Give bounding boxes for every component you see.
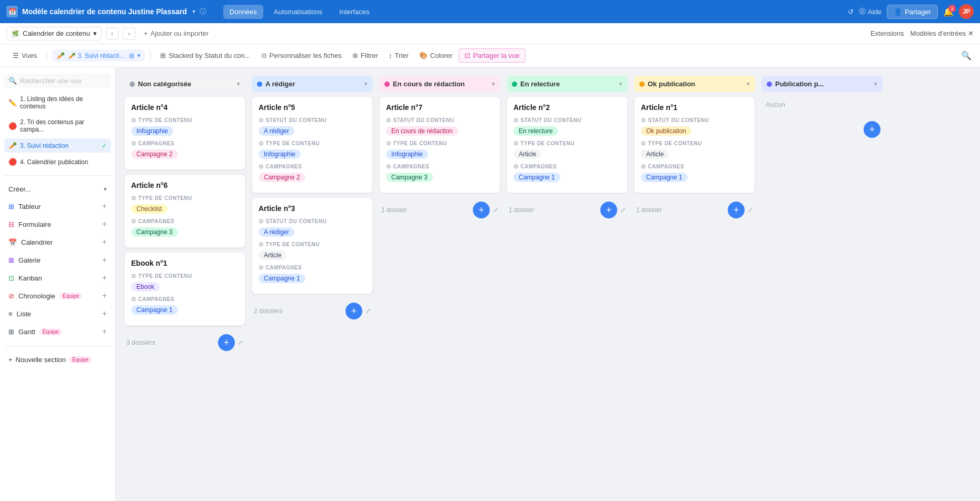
column-chevron-icon-publication[interactable]: ▾ bbox=[874, 81, 877, 87]
add-kanban-icon[interactable]: + bbox=[102, 273, 107, 283]
add-card-button[interactable]: + bbox=[473, 202, 490, 218]
board-card[interactable]: Article n°1 ⊙ Statut du contenu Ok publi… bbox=[634, 96, 755, 193]
expand-icon[interactable]: ⤢ bbox=[365, 307, 371, 315]
field-circle-icon: ⊙ bbox=[386, 140, 391, 147]
board-card[interactable]: Ebook n°1 ⊙ Type de contenu Ebook ⊙ Camp… bbox=[124, 252, 245, 326]
search-icon: 🔍 bbox=[8, 77, 17, 85]
column-header-a-rediger: A rédiger ▾ bbox=[252, 76, 373, 92]
create-item-gantt[interactable]: ⊞ Gantt Équipe + bbox=[4, 324, 111, 339]
card-title: Article n°1 bbox=[641, 103, 748, 112]
column-dot-ok-publication bbox=[639, 82, 645, 87]
add-card-button[interactable]: + bbox=[345, 303, 362, 319]
add-gantt-icon[interactable]: + bbox=[102, 327, 107, 336]
sidebar-item-tri[interactable]: 🔴 2. Tri des contenus par campa... bbox=[4, 115, 111, 136]
footer-right: + ⤢ bbox=[218, 334, 243, 351]
search-view-input[interactable]: 🔍 Rechercher une vue bbox=[4, 74, 111, 88]
nav-back-btn[interactable]: ‹ bbox=[106, 27, 118, 40]
expand-icon[interactable]: ⤢ bbox=[493, 206, 498, 214]
board-card[interactable]: Article n°6 ⊙ Type de contenu Checklist … bbox=[124, 174, 245, 248]
create-item-tableur[interactable]: ⊞ Tableur + bbox=[4, 198, 111, 214]
color-button[interactable]: 🎨 Colorer bbox=[415, 49, 457, 62]
field-circle-icon: ⊙ bbox=[131, 296, 136, 303]
board-card[interactable]: Article n°4 ⊙ Type de contenu Infographi… bbox=[124, 96, 245, 170]
share-button[interactable]: 👤 Partager bbox=[887, 5, 938, 19]
create-item-chronologie[interactable]: ⊘ Chronologie Équipe + bbox=[4, 288, 111, 304]
create-section[interactable]: Créer... ▾ bbox=[4, 182, 111, 196]
column-title-area-non-categorisee: Non catégorisée bbox=[130, 80, 191, 88]
add-card-button[interactable]: + bbox=[218, 334, 235, 351]
tab-donnees[interactable]: Données bbox=[223, 5, 263, 19]
column-chevron-icon-a-rediger[interactable]: ▾ bbox=[364, 81, 368, 87]
search-button[interactable]: 🔍 bbox=[961, 51, 972, 61]
field-badge: Ebook bbox=[131, 282, 160, 292]
stacked-button[interactable]: ⊞ Stacked by Statut du con... bbox=[156, 49, 254, 62]
create-item-calendrier[interactable]: 📅 Calendrier + bbox=[4, 234, 111, 250]
board-card[interactable]: Article n°7 ⊙ Statut du contenu En cours… bbox=[379, 96, 500, 193]
extensions-link[interactable]: Extensions bbox=[870, 29, 904, 37]
active-view-tab[interactable]: 🥕 🥕 3. Suivi rédaction ⊞ ▾ bbox=[52, 49, 145, 62]
field-badge: En cours de rédaction bbox=[386, 126, 458, 136]
nav-forward-btn[interactable]: › bbox=[123, 27, 135, 40]
create-chevron-icon: ▾ bbox=[104, 186, 107, 193]
sidebar-item-suivi[interactable]: 🥕 3. Suivi rédaction ✓ bbox=[4, 138, 111, 153]
add-chronologie-icon[interactable]: + bbox=[102, 291, 107, 300]
card-field: ⊙ Campagnes Campagne 1 bbox=[641, 163, 748, 182]
avatar[interactable]: JP bbox=[959, 4, 974, 19]
add-liste-icon[interactable]: + bbox=[102, 309, 107, 318]
notifications-button[interactable]: 🔔 1 bbox=[943, 7, 954, 17]
create-item-liste[interactable]: ≡ Liste + bbox=[4, 306, 111, 322]
add-card-button[interactable]: + bbox=[728, 202, 745, 218]
history-btn[interactable]: ↺ bbox=[848, 8, 854, 16]
add-card-button[interactable]: + bbox=[864, 121, 880, 138]
add-import-button[interactable]: + Ajouter ou importer bbox=[140, 27, 213, 39]
create-item-kanban[interactable]: ⊡ Kanban + bbox=[4, 270, 111, 286]
expand-icon[interactable]: ⤢ bbox=[238, 339, 243, 346]
add-galerie-icon[interactable]: + bbox=[102, 255, 107, 265]
db-selector[interactable]: 🌿 Calendrier de contenu ▾ bbox=[6, 27, 102, 41]
share-view-button[interactable]: ⊡ Partager la vue bbox=[459, 48, 525, 63]
second-nav-right: Extensions Modèles d'entrées ✕ bbox=[870, 29, 974, 37]
field-label: ⊙ Type de contenu bbox=[513, 140, 621, 147]
board-card[interactable]: Article n°5 ⊙ Statut du contenu A rédige… bbox=[252, 96, 373, 193]
share-icon: 👤 bbox=[894, 8, 902, 16]
main-layout: 🔍 Rechercher une vue ✏️ 1. Listing des i… bbox=[0, 67, 980, 501]
help-btn[interactable]: ⓪ Aide bbox=[859, 7, 882, 16]
field-badge: Checklist bbox=[131, 204, 167, 214]
sidebar-item-calendrier[interactable]: 🔴 4. Calendrier publication bbox=[4, 155, 111, 169]
tab-interfaces[interactable]: Interfaces bbox=[333, 5, 375, 19]
add-tableur-icon[interactable]: + bbox=[102, 202, 107, 211]
column-chevron-icon-en-cours[interactable]: ▾ bbox=[492, 81, 495, 87]
card-field: ⊙ Statut du contenu Ok publication bbox=[641, 117, 748, 136]
card-title: Article n°4 bbox=[131, 103, 239, 112]
card-title: Article n°3 bbox=[259, 204, 366, 213]
sort-button[interactable]: ↕ Trier bbox=[384, 49, 413, 62]
add-card-button[interactable]: + bbox=[600, 202, 617, 218]
equipe-badge-gantt: Équipe bbox=[39, 328, 62, 335]
calendrier-icon: 🔴 bbox=[8, 158, 17, 166]
create-item-formulaire[interactable]: ⊟ Formulaire + bbox=[4, 216, 111, 232]
column-chevron-icon-en-relecture[interactable]: ▾ bbox=[619, 81, 622, 87]
tab-automatisations[interactable]: Automatisations bbox=[268, 5, 329, 19]
create-item-galerie[interactable]: ⊠ Galerie + bbox=[4, 252, 111, 268]
title-chevron-icon[interactable]: ▾ bbox=[192, 8, 195, 15]
galerie-icon: ⊠ bbox=[8, 256, 14, 264]
card-field: ⊙ Statut du contenu En relecture bbox=[513, 117, 621, 136]
expand-icon[interactable]: ⤢ bbox=[748, 206, 753, 214]
expand-icon[interactable]: ⤢ bbox=[620, 206, 626, 214]
sidebar-item-listing[interactable]: ✏️ 1. Listing des idées de contenus bbox=[4, 92, 111, 113]
field-label: ⊙ Campagnes bbox=[513, 163, 621, 170]
column-chevron-icon-non-categorisee[interactable]: ▾ bbox=[237, 81, 240, 87]
add-formulaire-icon[interactable]: + bbox=[102, 219, 107, 229]
filter-button[interactable]: ⊛ Filtrer bbox=[348, 49, 382, 62]
nouvelle-section-btn[interactable]: + Nouvelle section Équipe bbox=[4, 353, 111, 367]
column-chevron-icon-ok-publication[interactable]: ▾ bbox=[747, 81, 750, 87]
board-card[interactable]: Article n°3 ⊙ Statut du contenu A rédige… bbox=[252, 197, 373, 294]
field-circle-icon: ⊙ bbox=[131, 140, 136, 147]
views-button[interactable]: ☰ Vues bbox=[8, 49, 41, 62]
modeles-link[interactable]: Modèles d'entrées ✕ bbox=[910, 29, 974, 37]
personalize-button[interactable]: ⊙ Personnaliser les fiches bbox=[257, 49, 346, 62]
info-icon[interactable]: ⓘ bbox=[200, 7, 206, 16]
board-card[interactable]: Article n°2 ⊙ Statut du contenu En relec… bbox=[507, 96, 628, 193]
app-icon: 📅 bbox=[6, 6, 18, 17]
add-calendrier-icon[interactable]: + bbox=[102, 237, 107, 247]
